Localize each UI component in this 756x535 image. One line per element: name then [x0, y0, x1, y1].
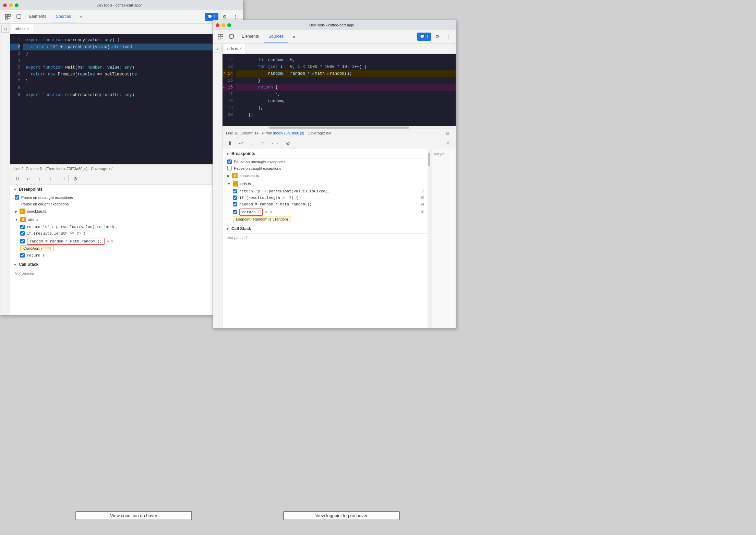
comment-button-1[interactable]: 💬 1: [205, 13, 218, 21]
svg-rect-10: [229, 35, 233, 38]
svg-rect-4: [17, 15, 21, 18]
h-scrollbar-2[interactable]: [223, 126, 456, 129]
more-tabs-icon-2[interactable]: »: [289, 32, 299, 41]
code-content-1: export function currency(value: any) { ▶…: [23, 34, 243, 164]
devtools-mode-icon-2[interactable]: [216, 32, 225, 41]
bp-cb-14-2[interactable]: [233, 202, 237, 206]
continue-btn-1[interactable]: →→: [57, 175, 65, 183]
snackbar-name-1: snackbar.ts: [27, 209, 46, 213]
close-button-1[interactable]: [3, 3, 7, 7]
tab-sources-2[interactable]: Sources: [264, 30, 288, 43]
svg-rect-7: [221, 34, 223, 36]
step-into-btn-1[interactable]: ↓: [35, 175, 44, 183]
condition-tooltip-1: Condition: i===4: [10, 246, 243, 252]
bp-checkbox-2-1[interactable]: [20, 225, 25, 229]
pause-uncaught-item-2: Pause on uncaught exceptions: [223, 158, 428, 165]
sidebar-toggle-1[interactable]: ◁: [1, 25, 9, 33]
device-toggle-icon[interactable]: [14, 12, 24, 22]
sidebar-toggle-2[interactable]: ◁: [214, 45, 221, 52]
comment-icon-2: 💬: [420, 34, 425, 39]
lower-panel-2: ▼ Breakpoints Pause on uncaught exceptio…: [223, 149, 456, 328]
devtools-window-1: DevTools - coffee-cart.app/ Elements Sou…: [0, 0, 243, 316]
settings-icon-2[interactable]: ⚙: [432, 32, 442, 41]
main-toolbar-1: Elements Sources » 💬 1 ⚙ ⋮: [0, 10, 243, 24]
scrollbar-thumb-2: [428, 153, 430, 166]
snackbar-chevron-1: ▶: [15, 210, 17, 213]
utils-icon-1: {}: [20, 217, 26, 222]
pause-uncaught-checkbox-1[interactable]: [15, 195, 19, 200]
step-over-btn-1[interactable]: ↩: [24, 175, 33, 183]
pause-uncaught-cb-2[interactable]: [227, 159, 232, 164]
file-tab-close-1[interactable]: ✕: [27, 27, 29, 31]
maximize-button-2[interactable]: [227, 23, 231, 27]
step-over-btn-2[interactable]: ↩: [237, 139, 245, 147]
file-tabbar-1: utils.ts ✕: [10, 24, 243, 34]
bp-edit-14-1: ✏ ✕: [107, 239, 114, 243]
bp-item-14-2: random = random * Math.random(); 14: [223, 201, 428, 207]
minimize-button-1[interactable]: [9, 3, 13, 7]
tab-elements-1[interactable]: Elements: [25, 10, 50, 23]
file-group-utils-2[interactable]: ▼ {} utils.ts: [223, 180, 428, 188]
breakpoints-panel-1: ▼ Breakpoints Pause on uncaught exceptio…: [10, 185, 243, 315]
code-editor-2[interactable]: 12 13 ?14 15 ••16 17 18 19 20 let random…: [223, 54, 456, 126]
call-stack-header-1[interactable]: ▼ Call Stack: [10, 260, 243, 269]
titlebar-2: DevTools - coffee-cart.app/: [213, 20, 456, 30]
file-tab-close-2[interactable]: ✕: [239, 47, 242, 50]
close-button-2[interactable]: [216, 23, 219, 27]
code-editor-1[interactable]: 1 2 3 4 5 6 7 8 9 export function curren…: [10, 34, 243, 164]
breakpoints-header-2[interactable]: ▼ Breakpoints: [223, 149, 428, 158]
source-map-link-2[interactable]: index-73f73a80.js: [273, 131, 303, 135]
step-out-btn-1[interactable]: ↑: [46, 175, 55, 183]
debug-toolbar-1: ⏸ ↩ ↓ ↑ →→ ⊘: [10, 173, 243, 185]
bp-delete-icon-2[interactable]: ✕: [269, 210, 272, 214]
step-out-btn-2[interactable]: ↑: [259, 139, 267, 147]
v-scrollbar-2[interactable]: [428, 149, 432, 328]
svg-rect-8: [218, 37, 220, 39]
bp-checkbox-10-1[interactable]: [20, 231, 25, 236]
devtools-window-2: DevTools - coffee-cart.app/ Elements Sou…: [213, 20, 456, 329]
pause-btn-1[interactable]: ⏸: [13, 175, 22, 183]
pause-btn-2[interactable]: ⏸: [226, 139, 234, 147]
step-into-btn-2[interactable]: ↓: [248, 139, 256, 147]
device-toggle-icon-2[interactable]: [227, 32, 236, 41]
not-paused-side-2: Not pa...: [432, 149, 456, 328]
status-bar-2: Line 16, Column 14 (From index-73f73a80.…: [223, 129, 456, 137]
tab-elements-2[interactable]: Elements: [238, 30, 263, 43]
deactivate-btn-2[interactable]: ⊘: [284, 139, 292, 147]
call-stack-header-2[interactable]: ▼ Call Stack: [223, 224, 428, 234]
more-vert-icon-2[interactable]: ⋮: [443, 32, 453, 41]
tab-sources-1[interactable]: Sources: [52, 10, 75, 23]
bp-edit-icon-1[interactable]: ✏: [107, 239, 110, 243]
bp-checkbox-14-1[interactable]: [20, 239, 25, 243]
continue-btn-2[interactable]: →→: [270, 139, 278, 147]
sidebar-toggle-area: ◁: [0, 24, 10, 315]
file-group-snackbar-1[interactable]: ▶ {} snackbar.ts: [10, 207, 243, 215]
bp-condition-box-14-1: random = random * Math.random();: [27, 238, 105, 245]
breakpoints-header-1[interactable]: ▼ Breakpoints: [10, 185, 243, 194]
file-group-utils-1[interactable]: ▼ {} utils.ts: [10, 215, 243, 224]
comment-button-2[interactable]: 💬 1: [417, 33, 431, 41]
deactivate-btn-1[interactable]: ⊘: [71, 175, 80, 183]
bp-cb-16-2[interactable]: [233, 210, 237, 214]
pause-caught-checkbox-1[interactable]: [15, 202, 19, 206]
svg-rect-2: [5, 17, 8, 19]
maximize-button-1[interactable]: [15, 3, 19, 7]
file-tab-utils-2[interactable]: utils.ts ✕: [224, 44, 246, 54]
utils-icon-2: {}: [233, 181, 238, 187]
bp-delete-icon-1[interactable]: ✕: [111, 239, 114, 243]
more-tabs-icon-1[interactable]: »: [76, 12, 86, 22]
bp-edit-icon-2[interactable]: ✏: [265, 210, 268, 214]
bp-cb-2-2[interactable]: [233, 189, 237, 193]
bp-cb-10-2[interactable]: [233, 195, 237, 200]
file-group-snackbar-2[interactable]: ▶ {} snackbar.ts: [223, 171, 428, 180]
pause-caught-cb-2[interactable]: [227, 166, 232, 170]
devtools-mode-icon[interactable]: [3, 12, 13, 22]
coverage-collapse-btn[interactable]: ▤: [443, 128, 452, 138]
minimize-button-2[interactable]: [221, 23, 225, 27]
main-toolbar-2: Elements Sources » 💬 1 ⚙ ⋮: [213, 30, 456, 44]
bp-checkbox-16-1[interactable]: [20, 253, 25, 258]
bp-chevron-2: ▼: [226, 152, 229, 156]
coverage-2: Coverage: n/a: [308, 131, 331, 135]
more-debug-btn-2[interactable]: »: [444, 139, 452, 147]
file-tab-utils-1[interactable]: utils.ts ✕: [11, 24, 33, 34]
